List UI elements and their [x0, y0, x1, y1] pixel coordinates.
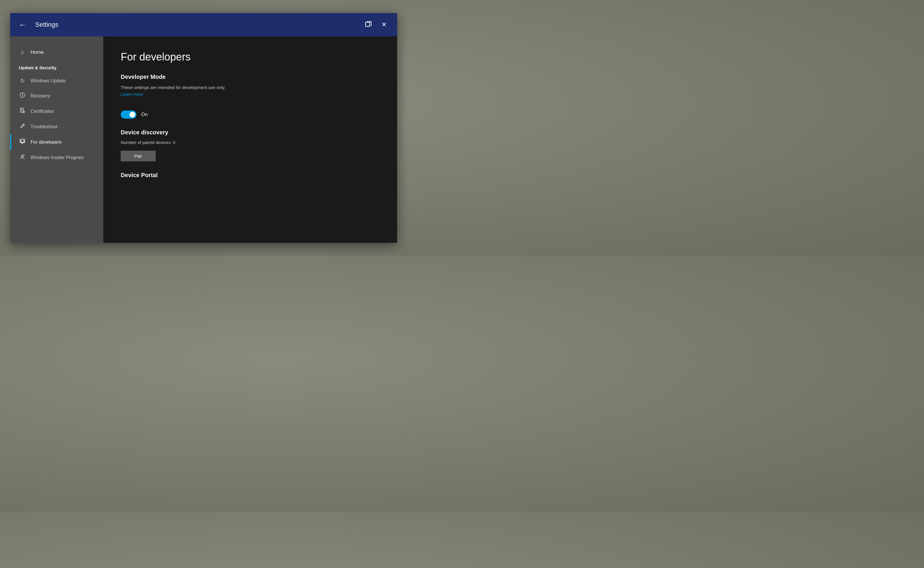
paired-devices-text: Number of paired devices: 0 [121, 140, 380, 145]
close-button[interactable]: ✕ [380, 20, 389, 30]
sidebar-item-label: Recovery [30, 94, 50, 98]
device-portal-heading: Device Portal [121, 172, 380, 178]
restore-button[interactable] [363, 19, 374, 31]
sidebar-item-label: Troubleshoot [30, 124, 57, 130]
svg-point-5 [21, 155, 23, 157]
windows-update-icon: ↻ [19, 78, 26, 84]
toggle-track [121, 110, 136, 119]
title-bar: ← Settings ✕ [10, 13, 397, 36]
toggle-thumb [130, 112, 135, 118]
sidebar-item-recovery[interactable]: Recovery [10, 88, 103, 104]
developer-mode-section: Developer Mode These settings are intend… [121, 74, 380, 119]
sidebar-section-label: Update & Security [10, 59, 103, 74]
troubleshoot-icon [19, 123, 26, 130]
device-portal-section: Device Portal [121, 172, 380, 178]
title-bar-actions: ✕ [363, 19, 389, 31]
window-title: Settings [35, 21, 363, 29]
sidebar-item-label: Windows Update [30, 78, 66, 83]
learn-more-link[interactable]: Learn more [121, 92, 143, 97]
settings-window: ← Settings ✕ ⌂ Home Update & Security ↻ [10, 13, 397, 243]
toggle-state-label: On [141, 112, 148, 118]
sidebar-item-for-developers[interactable]: For developers [10, 134, 103, 150]
main-area: ⌂ Home Update & Security ↻ Windows Updat… [10, 36, 397, 243]
developer-mode-toggle[interactable] [121, 110, 136, 119]
developer-mode-heading: Developer Mode [121, 74, 380, 80]
certificates-icon [19, 107, 26, 115]
home-icon: ⌂ [19, 49, 26, 55]
for-developers-icon [19, 139, 26, 146]
recovery-icon [19, 92, 26, 100]
sidebar-item-troubleshoot[interactable]: Troubleshoot [10, 119, 103, 134]
developer-mode-desc: These settings are intended for developm… [121, 85, 380, 90]
sidebar-item-label: For developers [30, 140, 62, 145]
svg-rect-0 [365, 23, 369, 26]
sidebar-item-label: Certificates [30, 109, 54, 114]
sidebar-item-label: Windows Insider Program [30, 155, 84, 160]
sidebar-item-windows-update[interactable]: ↻ Windows Update [10, 74, 103, 88]
sidebar-item-windows-insider[interactable]: Windows Insider Program [10, 150, 103, 165]
page-title: For developers [121, 51, 380, 63]
restore-icon [364, 20, 372, 28]
device-discovery-section: Device discovery Number of paired device… [121, 129, 380, 162]
sidebar-home-label: Home [30, 50, 44, 55]
back-button[interactable]: ← [19, 21, 26, 29]
toggle-row: On [121, 110, 380, 119]
sidebar-item-certificates[interactable]: Certificates [10, 104, 103, 119]
windows-insider-icon [19, 154, 26, 161]
sidebar: ⌂ Home Update & Security ↻ Windows Updat… [10, 36, 103, 243]
content-area: For developers Developer Mode These sett… [103, 36, 397, 243]
device-discovery-heading: Device discovery [121, 129, 380, 136]
sidebar-item-home[interactable]: ⌂ Home [10, 45, 103, 59]
pair-button[interactable]: Pair [121, 151, 156, 162]
